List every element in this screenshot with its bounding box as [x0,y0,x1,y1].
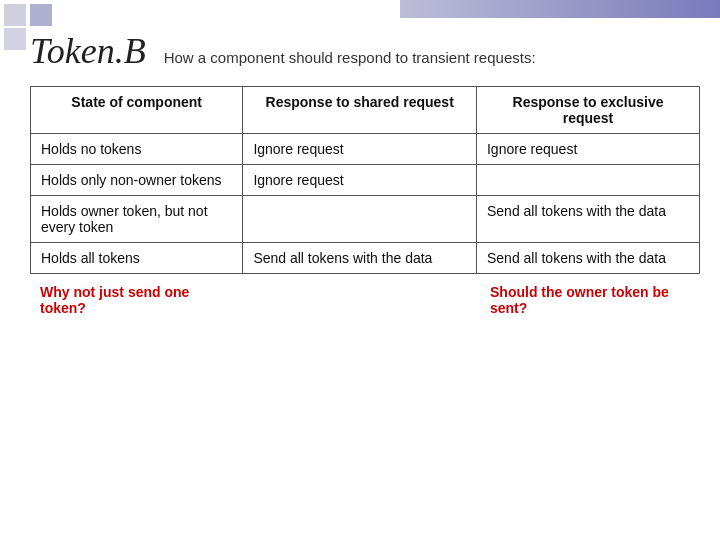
cell-state-1: Holds only non-owner tokens [31,165,243,196]
footer-note-1: Why not just send one token? [30,284,230,316]
cell-shared-1: Ignore request [243,165,477,196]
table-row: Holds all tokensSend all tokens with the… [31,243,700,274]
footer-notes: Why not just send one token? Should the … [30,284,700,316]
footer-note-2: Should the owner token be sent? [480,284,700,316]
table-row: Holds owner token, but not every tokenSe… [31,196,700,243]
cell-state-2: Holds owner token, but not every token [31,196,243,243]
cell-exclusive-3: Send all tokens with the data [476,243,699,274]
cell-state-0: Holds no tokens [31,134,243,165]
cell-state-3: Holds all tokens [31,243,243,274]
cell-exclusive-2: Send all tokens with the data [476,196,699,243]
header: Token.B How a component should respond t… [30,30,700,72]
col-header-exclusive: Response to exclusive request [476,87,699,134]
table-row: Holds only non-owner tokensIgnore reques… [31,165,700,196]
cell-exclusive-1 [476,165,699,196]
cell-shared-2 [243,196,477,243]
table-header-row: State of component Response to shared re… [31,87,700,134]
page-subtitle: How a component should respond to transi… [164,49,536,66]
page-title: Token.B [30,30,146,72]
response-table: State of component Response to shared re… [30,86,700,274]
cell-shared-3: Send all tokens with the data [243,243,477,274]
cell-shared-0: Ignore request [243,134,477,165]
col-header-shared: Response to shared request [243,87,477,134]
table-row: Holds no tokensIgnore requestIgnore requ… [31,134,700,165]
cell-exclusive-0: Ignore request [476,134,699,165]
top-stripe-decoration [400,0,720,18]
col-header-state: State of component [31,87,243,134]
